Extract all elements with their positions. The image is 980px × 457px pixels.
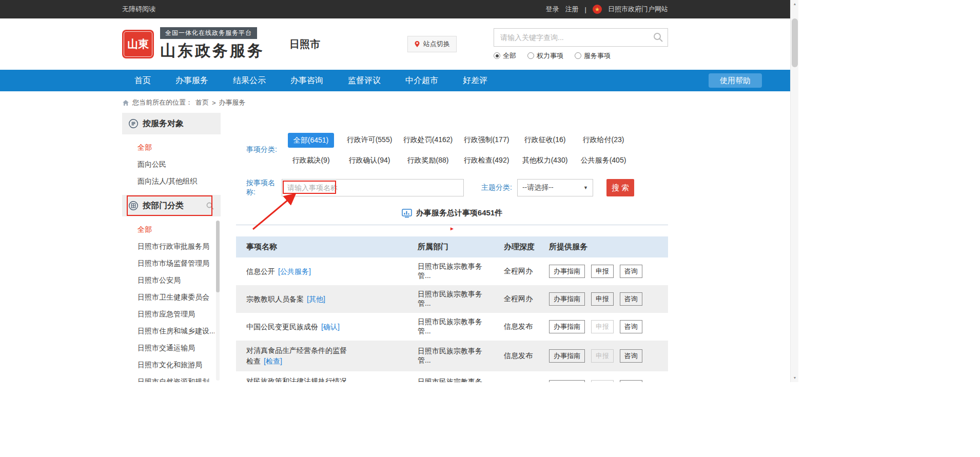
category-tab[interactable]: 行政裁决(9) [282, 150, 340, 170]
category-tab[interactable]: 行政强制(177) [457, 129, 516, 150]
sidebar-dept-item[interactable]: 日照市交通运输局 [122, 340, 214, 356]
site-switch-label: 站点切换 [423, 39, 450, 49]
guide-button[interactable]: 办事指南 [549, 349, 585, 363]
theme-select[interactable]: --请选择-- ▼ [517, 179, 593, 196]
consult-button[interactable]: 咨询 [620, 265, 642, 278]
item-depth: 信息发布 [498, 341, 543, 371]
item-depth: 信息发布 [498, 371, 543, 382]
help-button[interactable]: 使用帮助 [709, 73, 762, 88]
category-tab-all[interactable]: 全部(6451) [282, 129, 340, 150]
scroll-down-icon[interactable]: ▼ [791, 374, 798, 382]
item-name-label: 按事项名称: [236, 178, 282, 197]
sidebar-search-icon[interactable] [206, 202, 214, 210]
sidebar-item-citizens[interactable]: 面向公民 [122, 156, 221, 173]
sidebar-item-all-targets[interactable]: 全部 [122, 139, 221, 156]
page: 无障碍阅读 登录 注册 | ★ 日照市政府门户网站 山東 全国一体化在线政务服务… [0, 0, 790, 382]
item-name[interactable]: 对清真食品生产经营条件的监督检查 [246, 346, 347, 365]
item-name[interactable]: 宗教教职人员备案 [246, 295, 304, 303]
scope-radio-label: 服务事项 [584, 51, 611, 61]
apply-button[interactable]: 申报 [591, 292, 614, 306]
sidebar-scrollbar-thumb[interactable] [216, 221, 220, 292]
category-tab[interactable]: 行政处罚(4162) [399, 129, 457, 150]
summary-text: 办事服务总计事项6451件 [416, 208, 502, 218]
nav-item-supervision[interactable]: 监督评议 [336, 70, 393, 91]
scope-radio-all[interactable]: 全部 [494, 51, 516, 61]
portal-link[interactable]: 日照市政府门户网站 [608, 5, 668, 14]
sidebar-item-legal-persons[interactable]: 面向法人/其他组织 [122, 173, 221, 190]
keyword-search-input[interactable] [494, 28, 668, 47]
sidebar-dept-item[interactable]: 日照市公安局 [122, 272, 214, 289]
site-switch-button[interactable]: 站点切换 [407, 36, 457, 52]
breadcrumb-home-link[interactable]: 首页 [195, 98, 209, 107]
category-tabs: 全部(6451) 行政许可(555) 行政处罚(4162) 行政强制(177) … [282, 129, 636, 170]
register-link[interactable]: 注册 [565, 5, 579, 14]
scrollbar-thumb[interactable] [792, 18, 798, 67]
category-tab[interactable]: 行政给付(23) [574, 129, 633, 150]
nav-item-intermediary[interactable]: 中介超市 [393, 70, 450, 91]
search-icon[interactable] [653, 32, 664, 43]
category-tab[interactable]: 行政确认(94) [340, 150, 399, 170]
category-tab[interactable]: 行政许可(555) [340, 129, 399, 150]
service-target-icon [128, 118, 139, 129]
sidebar-dept-item[interactable]: 日照市应急管理局 [122, 306, 214, 323]
nav-item-consult[interactable]: 办事咨询 [278, 70, 336, 91]
sidebar-dept-item[interactable]: 日照市行政审批服务局 [122, 238, 214, 255]
item-name-input[interactable] [282, 179, 464, 196]
sidebar-scrollbar[interactable] [216, 221, 220, 381]
item-tag-link[interactable]: [检查] [264, 357, 282, 365]
category-tab[interactable]: 行政检查(492) [457, 150, 516, 170]
brand-block[interactable]: 全国一体化在线政务服务平台 山东政务服务 [160, 27, 265, 62]
guide-button[interactable]: 办事指南 [549, 320, 585, 333]
login-link[interactable]: 登录 [546, 5, 559, 14]
guide-button[interactable]: 办事指南 [549, 265, 585, 278]
sidebar-dept-item[interactable]: 日照市文化和旅游局 [122, 356, 214, 373]
consult-button[interactable]: 咨询 [620, 349, 642, 363]
consult-button[interactable]: 咨询 [620, 320, 642, 333]
scope-radio-power-items[interactable]: 权力事项 [527, 51, 563, 61]
search-button[interactable]: 搜 索 [606, 179, 634, 196]
consult-button[interactable]: 咨询 [620, 380, 642, 382]
nav-item-rating[interactable]: 好差评 [450, 70, 500, 91]
scroll-up-icon[interactable]: ▲ [791, 0, 798, 8]
location-pin-icon [414, 41, 420, 48]
sidebar-dept-item[interactable]: 日照市自然资源和规划... [122, 373, 214, 382]
nav-item-results[interactable]: 结果公示 [221, 70, 278, 91]
sidebar-dept-item[interactable]: 日照市卫生健康委员会 [122, 289, 214, 306]
brand-seal-logo[interactable]: 山東 [122, 30, 154, 58]
category-tab[interactable]: 行政奖励(88) [399, 150, 457, 170]
sidebar-dept-item-all[interactable]: 全部 [122, 221, 214, 238]
apply-button-disabled: 申报 [591, 320, 614, 333]
item-tag-link[interactable]: [公共服务] [278, 267, 311, 275]
guide-button[interactable]: 办事指南 [549, 380, 585, 382]
category-tab[interactable]: 公共服务(405) [574, 150, 633, 170]
table-row: 对民族政策和法律法规执行情况的监督检查[检查] 日照市民族宗教事务管... 信息… [236, 371, 668, 382]
item-tag-link[interactable]: [确认] [321, 323, 340, 331]
column-header-depth: 办理深度 [498, 236, 543, 257]
sidebar-group-service-target[interactable]: 按服务对象 [122, 113, 221, 134]
item-name[interactable]: 中国公民变更民族成份 [246, 323, 318, 331]
scope-radio-service-items[interactable]: 服务事项 [575, 51, 611, 61]
browser-scrollbar[interactable]: ▲ ▼ [790, 0, 798, 382]
item-department: 日照市民族宗教事务管... [411, 313, 498, 341]
sidebar-dept-item[interactable]: 日照市市场监督管理局 [122, 255, 214, 272]
guide-button[interactable]: 办事指南 [549, 292, 585, 306]
browser-viewport: 无障碍阅读 登录 注册 | ★ 日照市政府门户网站 山東 全国一体化在线政务服务… [0, 0, 798, 382]
sidebar-dept-item[interactable]: 日照市住房和城乡建设... [122, 323, 214, 340]
item-name[interactable]: 信息公开 [246, 267, 275, 275]
category-tab[interactable]: 行政征收(16) [516, 129, 574, 150]
item-tag-link[interactable]: [其他] [307, 295, 325, 303]
category-tab[interactable]: 其他权力(430) [516, 150, 574, 170]
sidebar-group-departments[interactable]: 按部门分类 [122, 195, 221, 216]
filter-area: 事项分类: 全部(6451) 行政许可(555) 行政处罚(4162) 行政强制… [236, 113, 668, 197]
apply-button[interactable]: 申报 [591, 265, 614, 278]
nav-item-home[interactable]: 首页 [122, 70, 163, 91]
keyword-search-block: 全部 权力事项 服务事项 [494, 28, 668, 61]
summary-row: 办事服务总计事项6451件 [236, 208, 668, 218]
nav-item-services[interactable]: 办事服务 [163, 70, 221, 91]
item-name[interactable]: 对民族政策和法律法规执行情况的监督检查 [246, 377, 347, 382]
accessibility-link[interactable]: 无障碍阅读 [122, 5, 155, 14]
apply-button-disabled: 申报 [591, 380, 614, 382]
category-tab-active-pill: 全部(6451) [288, 133, 334, 148]
item-department: 日照市民族宗教事务管... [411, 257, 498, 285]
consult-button[interactable]: 咨询 [620, 292, 642, 306]
